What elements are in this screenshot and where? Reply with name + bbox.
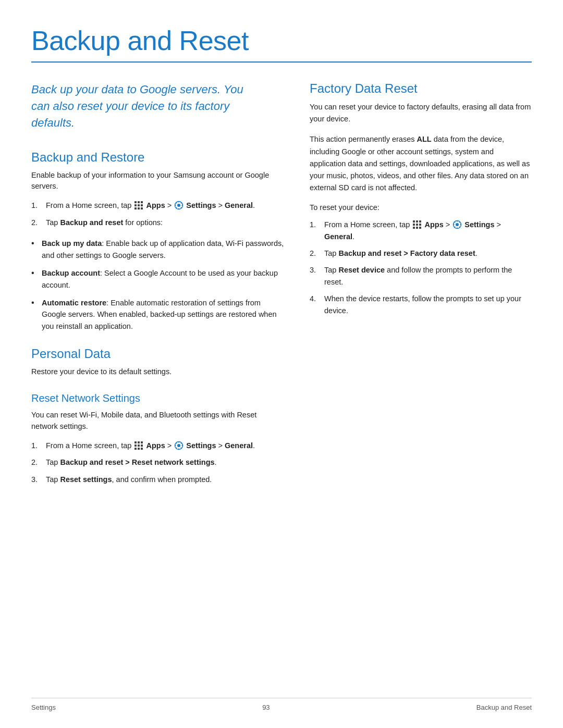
step-2: 2. Tap Backup and reset for options: xyxy=(31,217,285,228)
backup-reset-label: Backup and reset xyxy=(60,218,123,227)
svg-rect-11 xyxy=(134,441,137,443)
backup-restore-steps: 1. From a Home screen, tap xyxy=(31,200,285,228)
apps-label-1: Apps xyxy=(146,201,165,209)
general-label-rn1: General xyxy=(225,441,253,450)
svg-rect-30 xyxy=(419,227,421,229)
svg-rect-7 xyxy=(138,207,140,209)
svg-rect-0 xyxy=(134,201,137,203)
to-reset-label: To reset your device: xyxy=(310,202,532,214)
factory-data-reset-title: Factory Data Reset xyxy=(310,81,532,96)
backup-restore-title: Backup and Restore xyxy=(31,150,285,165)
svg-rect-27 xyxy=(419,224,421,226)
apps-icon-1 xyxy=(134,201,143,210)
svg-rect-22 xyxy=(413,220,415,223)
personal-data-description: Restore your device to its default setti… xyxy=(31,366,285,378)
svg-rect-24 xyxy=(419,220,421,223)
general-label-1: General xyxy=(225,201,253,209)
reset-network-title: Reset Network Settings xyxy=(31,392,285,404)
fr-step-3: 3. Tap Reset device and follow the promp… xyxy=(310,264,532,288)
reset-settings-label: Reset settings xyxy=(60,475,112,484)
general-label-fr1: General xyxy=(324,232,352,241)
rn-step-2: 2. Tap Backup and reset > Reset network … xyxy=(31,456,285,468)
bullet-backup-account: Backup account: Select a Google Account … xyxy=(31,267,285,291)
fr-step-3-content: Tap Reset device and follow the prompts … xyxy=(324,264,532,288)
svg-rect-1 xyxy=(138,201,140,203)
reset-network-description: You can reset Wi-Fi, Mobile data, and Bl… xyxy=(31,410,285,433)
step-num-2: 2. xyxy=(31,217,43,228)
apps-icon-rn1 xyxy=(134,441,143,450)
svg-rect-28 xyxy=(413,227,415,229)
personal-data-title: Personal Data xyxy=(31,347,285,361)
svg-rect-16 xyxy=(141,445,143,447)
svg-rect-3 xyxy=(134,204,137,206)
step-1: 1. From a Home screen, tap xyxy=(31,200,285,211)
factory-reset-steps: 1. From a Home screen, tap xyxy=(310,219,532,316)
factory-para1: You can reset your device to factory def… xyxy=(310,101,532,125)
svg-rect-14 xyxy=(134,445,137,447)
svg-rect-5 xyxy=(141,204,143,206)
fr-step-2-content: Tap Backup and reset > Factory data rese… xyxy=(324,248,478,259)
fr-step-2: 2. Tap Backup and reset > Factory data r… xyxy=(310,248,532,259)
svg-point-32 xyxy=(456,223,459,226)
rn-step-2-content: Tap Backup and reset > Reset network set… xyxy=(46,456,285,468)
step-num-1: 1. xyxy=(31,200,43,211)
bullet-automatic-restore: Automatic restore: Enable automatic rest… xyxy=(31,297,285,332)
rn-step-3-content: Tap Reset settings, and confirm when pro… xyxy=(46,474,285,485)
settings-label-1: Settings xyxy=(186,201,216,209)
bullet-backup-my-data: Back up my data: Enable back up of appli… xyxy=(31,238,285,261)
apps-label-rn1: Apps xyxy=(146,441,165,450)
bullet-backup-account-text: Backup account: Select a Google Account … xyxy=(42,267,285,291)
fr-step-4-content: When the device restarts, follow the pro… xyxy=(324,293,532,316)
svg-rect-29 xyxy=(416,227,418,229)
rn-step-1: 1. From a Home screen, tap xyxy=(31,440,285,451)
fr-step-4: 4. When the device restarts, follow the … xyxy=(310,293,532,316)
fr-step-num-2: 2. xyxy=(310,248,321,259)
back-up-my-data-title: Back up my data xyxy=(42,239,102,248)
backup-factory-label: Backup and reset > Factory data reset xyxy=(338,249,475,257)
svg-rect-6 xyxy=(134,207,137,209)
fr-step-num-3: 3. xyxy=(310,264,321,276)
settings-icon-1 xyxy=(174,201,183,210)
svg-rect-18 xyxy=(138,448,140,450)
factory-para2: This action permanently erases ALL data … xyxy=(310,133,532,194)
two-column-layout: Back up your data to Google servers. You… xyxy=(31,81,532,495)
settings-icon-rn1 xyxy=(174,441,183,450)
reset-network-section: Reset Network Settings You can reset Wi-… xyxy=(31,392,285,485)
page-title: Backup and Reset xyxy=(31,25,532,56)
all-caps-label: ALL xyxy=(417,135,432,143)
bullet-backup-my-data-text: Back up my data: Enable back up of appli… xyxy=(42,238,285,261)
apps-icon-fr1 xyxy=(412,220,422,229)
fr-step-num-4: 4. xyxy=(310,293,321,304)
page: Backup and Reset Back up your data to Go… xyxy=(0,0,563,728)
svg-rect-23 xyxy=(416,220,418,223)
automatic-restore-title: Automatic restore xyxy=(42,299,106,307)
backup-account-title: Backup account xyxy=(42,269,100,277)
svg-rect-26 xyxy=(416,224,418,226)
backup-restore-description: Enable backup of your information to you… xyxy=(31,170,285,193)
svg-rect-13 xyxy=(141,441,143,443)
rn-step-1-content: From a Home screen, tap xyxy=(46,440,285,451)
settings-label-fr1: Settings xyxy=(464,220,494,229)
personal-data-section: Personal Data Restore your device to its… xyxy=(31,347,285,378)
page-footer: Settings 93 Backup and Reset xyxy=(31,698,532,711)
svg-rect-8 xyxy=(141,207,143,209)
settings-label-rn1: Settings xyxy=(186,441,216,450)
svg-rect-2 xyxy=(141,201,143,203)
fr-step-1: 1. From a Home screen, tap xyxy=(310,219,532,242)
backup-options-list: Back up my data: Enable back up of appli… xyxy=(31,238,285,332)
step-1-content: From a Home screen, tap xyxy=(46,200,285,211)
apps-label-fr1: Apps xyxy=(424,220,443,229)
reset-network-steps: 1. From a Home screen, tap xyxy=(31,440,285,485)
settings-icon-fr1 xyxy=(452,220,462,229)
svg-rect-12 xyxy=(138,441,140,443)
intro-text: Back up your data to Google servers. You… xyxy=(31,81,261,131)
svg-rect-4 xyxy=(138,204,140,206)
title-divider xyxy=(31,61,532,63)
left-column: Back up your data to Google servers. You… xyxy=(31,81,285,495)
right-column: Factory Data Reset You can reset your de… xyxy=(310,81,532,495)
footer-left: Settings xyxy=(31,704,56,711)
rn-step-num-3: 3. xyxy=(31,474,43,485)
svg-rect-17 xyxy=(134,448,137,450)
fr-step-num-1: 1. xyxy=(310,219,321,230)
svg-rect-25 xyxy=(413,224,415,226)
